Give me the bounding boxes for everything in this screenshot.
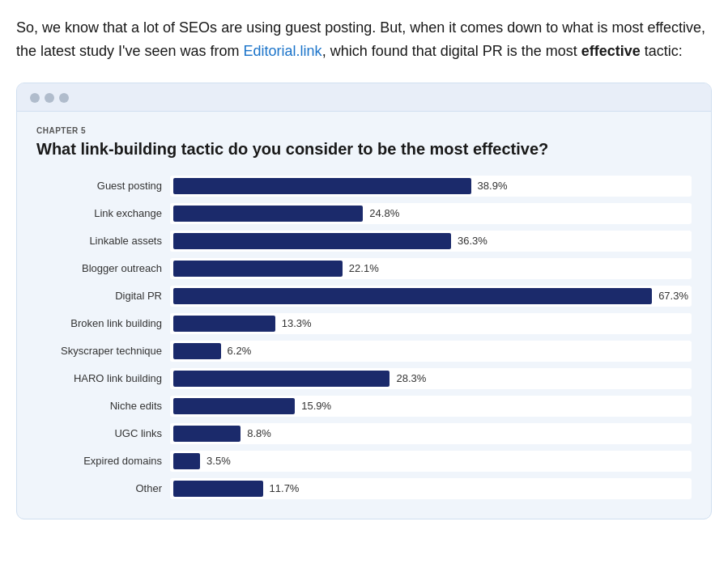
bar-row: Linkable assets36.3% <box>36 231 692 252</box>
dot-2 <box>45 93 54 103</box>
bar-row: Guest posting38.9% <box>36 176 692 197</box>
intro-bold-word: effective <box>581 43 641 59</box>
bar-row: Expired domains3.5% <box>36 451 692 472</box>
bar-fill <box>173 453 200 469</box>
bar-track: 11.7% <box>170 478 692 499</box>
chart-container: CHAPTER 5 What link-building tactic do y… <box>16 83 712 519</box>
bar-label: UGC links <box>36 427 162 439</box>
bar-value: 3.5% <box>206 455 231 467</box>
bar-fill <box>173 261 343 277</box>
bar-fill <box>173 426 241 442</box>
bar-label: Link exchange <box>36 207 162 219</box>
bar-track: 28.3% <box>170 368 692 389</box>
bar-fill <box>173 316 275 332</box>
bar-track: 38.9% <box>170 176 692 197</box>
bar-label: Digital PR <box>36 290 162 302</box>
editorial-link[interactable]: Editorial.link <box>244 43 322 59</box>
bar-label: Blogger outreach <box>36 262 162 274</box>
bar-row: Niche edits15.9% <box>36 396 692 417</box>
bar-fill <box>173 206 363 222</box>
bar-label: Niche edits <box>36 400 162 412</box>
bar-value: 6.2% <box>228 345 252 357</box>
chart-title: What link-building tactic do you conside… <box>36 138 692 159</box>
bar-fill <box>173 233 451 249</box>
bar-row: Digital PR67.3% <box>36 286 692 307</box>
chapter-label: CHAPTER 5 <box>36 126 692 135</box>
intro-paragraph: So, we know that a lot of SEOs are using… <box>16 16 712 63</box>
bar-track: 15.9% <box>170 396 692 417</box>
bar-label: Skyscraper technique <box>36 345 162 357</box>
bar-track: 8.8% <box>170 423 692 444</box>
bar-label: Expired domains <box>36 455 162 467</box>
bar-value: 13.3% <box>282 317 312 329</box>
bar-value: 36.3% <box>458 235 487 247</box>
window-chrome <box>17 83 711 112</box>
bar-label: HARO link building <box>36 372 162 384</box>
bar-fill <box>173 371 390 387</box>
bar-fill <box>173 398 295 414</box>
bar-label: Broken link building <box>36 317 162 329</box>
bar-row: Broken link building13.3% <box>36 313 692 334</box>
bar-row: Link exchange24.8% <box>36 203 692 224</box>
bar-label: Guest posting <box>36 180 162 192</box>
bar-value: 8.8% <box>247 427 271 439</box>
bar-track: 67.3% <box>170 286 692 307</box>
bar-track: 24.8% <box>170 203 692 224</box>
bar-value: 38.9% <box>478 180 508 192</box>
bar-label: Linkable assets <box>36 235 162 247</box>
intro-text-end: tactic: <box>641 43 683 59</box>
bar-value: 24.8% <box>369 207 399 219</box>
bar-value: 11.7% <box>270 482 300 494</box>
bar-value: 15.9% <box>301 400 331 412</box>
bar-row: HARO link building28.3% <box>36 368 692 389</box>
chart-inner: CHAPTER 5 What link-building tactic do y… <box>17 112 711 519</box>
bar-fill <box>173 288 652 304</box>
bar-row: Skyscraper technique6.2% <box>36 341 692 362</box>
bar-track: 13.3% <box>170 313 692 334</box>
bar-value: 22.1% <box>349 262 379 274</box>
intro-text-after-link: , which found that digital PR is the mos… <box>322 43 581 59</box>
bar-chart: Guest posting38.9%Link exchange24.8%Link… <box>36 176 692 499</box>
bar-track: 6.2% <box>170 341 692 362</box>
bar-fill <box>173 343 221 359</box>
bar-value: 67.3% <box>658 290 688 302</box>
bar-track: 36.3% <box>170 231 692 252</box>
bar-track: 22.1% <box>170 258 692 279</box>
bar-fill <box>173 178 471 194</box>
bar-fill <box>173 481 263 497</box>
dot-3 <box>59 93 69 103</box>
bar-row: UGC links8.8% <box>36 423 692 444</box>
bar-row: Other11.7% <box>36 478 692 499</box>
bar-label: Other <box>36 482 162 494</box>
bar-track: 3.5% <box>170 451 692 472</box>
bar-row: Blogger outreach22.1% <box>36 258 692 279</box>
bar-value: 28.3% <box>396 372 426 384</box>
dot-1 <box>30 93 40 103</box>
